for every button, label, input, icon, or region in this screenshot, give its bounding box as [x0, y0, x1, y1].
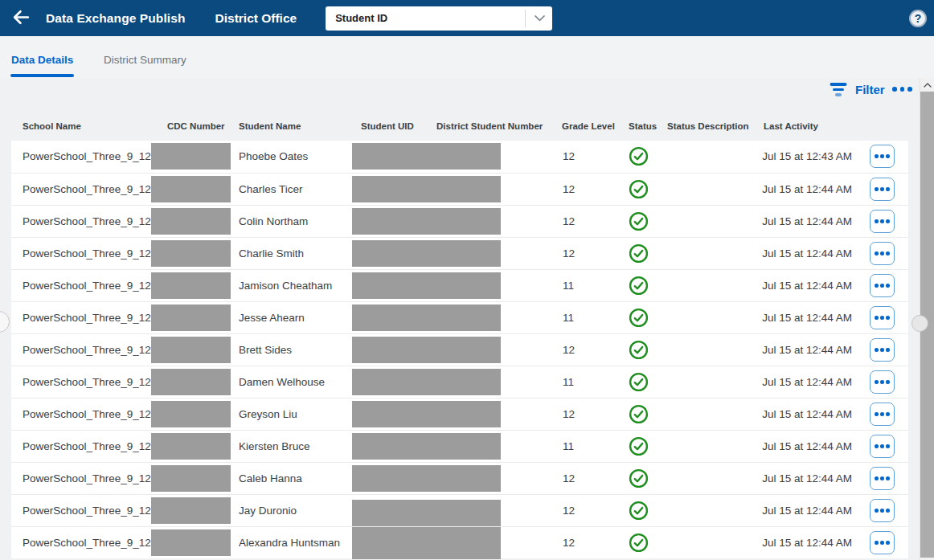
row-actions-button[interactable] — [870, 210, 895, 233]
tab-data-details[interactable]: Data Details — [11, 54, 73, 66]
filter-button[interactable]: Filter — [830, 83, 885, 96]
last-activity-cell: Jul 15 at 12:44 AM — [762, 334, 852, 366]
chevron-down-icon — [532, 12, 547, 28]
table-row: PowerSchool_Three_9_12Damen Welhouse11Ju… — [11, 366, 908, 398]
ellipsis-dot — [886, 380, 890, 384]
row-actions-button[interactable] — [870, 370, 895, 394]
table-row: PowerSchool_Three_9_12Charlie Smith12Jul… — [11, 237, 908, 269]
category-select[interactable]: Student ID — [326, 6, 552, 31]
status-success-icon — [629, 243, 649, 264]
row-actions-button[interactable] — [870, 145, 895, 168]
student-uid-redacted — [352, 500, 501, 527]
ellipsis-dot — [880, 541, 884, 545]
student-uid-redacted — [352, 401, 501, 427]
cdc-number-redacted — [151, 305, 231, 331]
grade-level-cell: 12 — [563, 399, 575, 431]
grade-level-cell: 12 — [563, 495, 575, 527]
status-success-icon — [629, 468, 649, 488]
school-name-cell: PowerSchool_Three_9_12 — [23, 431, 151, 463]
ellipsis-dot — [886, 316, 890, 320]
help-button[interactable]: ? — [909, 10, 927, 27]
row-actions-button[interactable] — [870, 178, 895, 201]
school-name-cell: PowerSchool_Three_9_12 — [23, 366, 151, 399]
student-uid-redacted — [352, 369, 501, 395]
status-success-icon — [629, 533, 649, 553]
ellipsis-dot — [886, 476, 890, 480]
row-actions-button[interactable] — [870, 467, 895, 490]
last-activity-cell: Jul 15 at 12:44 AM — [762, 399, 852, 431]
ellipsis-dot — [886, 444, 890, 448]
student-uid-redacted — [352, 143, 501, 170]
school-name-cell: PowerSchool_Three_9_12 — [23, 334, 151, 366]
last-activity-cell: Jul 15 at 12:44 AM — [762, 206, 852, 238]
row-actions-button[interactable] — [870, 306, 895, 329]
student-name-cell: Alexandra Huntsman — [239, 527, 340, 559]
ellipsis-dot — [875, 541, 879, 545]
ellipsis-dot — [880, 187, 884, 191]
student-uid-redacted — [352, 337, 501, 363]
grade-level-cell: 11 — [563, 270, 574, 302]
last-activity-cell: Jul 15 at 12:44 AM — [762, 302, 852, 334]
ellipsis-dot — [875, 187, 879, 191]
ellipsis-dot — [880, 444, 884, 448]
row-actions-button[interactable] — [870, 435, 895, 458]
school-name-cell: PowerSchool_Three_9_12 — [23, 270, 151, 302]
page-next-notch[interactable] — [911, 315, 928, 332]
row-actions-button[interactable] — [870, 403, 895, 426]
ellipsis-dot — [880, 284, 884, 288]
student-name-cell: Colin Northam — [239, 206, 308, 238]
app-title: Data Exchange Publish — [46, 11, 186, 26]
category-select-value: Student ID — [326, 12, 387, 24]
row-actions-button[interactable] — [870, 531, 895, 554]
table-row: PowerSchool_Three_9_12Jesse Ahearn11Jul … — [11, 301, 908, 333]
cdc-number-redacted — [151, 465, 231, 492]
cdc-number-redacted — [151, 529, 231, 556]
ellipsis-dot — [880, 348, 884, 352]
table-more-options-button[interactable] — [892, 87, 912, 92]
table-row: PowerSchool_Three_9_12Caleb Hanna12Jul 1… — [11, 462, 908, 494]
student-uid-redacted — [352, 176, 501, 202]
back-button[interactable] — [10, 7, 32, 30]
student-name-cell: Greyson Liu — [239, 399, 297, 431]
ellipsis-dot — [880, 476, 884, 480]
filter-label: Filter — [855, 83, 885, 96]
page-previous-notch[interactable] — [0, 311, 10, 333]
school-name-cell: PowerSchool_Three_9_12 — [23, 174, 151, 206]
status-success-icon — [629, 404, 649, 424]
table-header-row: School Name CDC Number Student Name Stud… — [11, 116, 908, 141]
ellipsis-dot — [880, 219, 884, 223]
column-header-student-name: Student Name — [239, 121, 301, 131]
column-header-school-name: School Name — [23, 121, 81, 131]
status-success-icon — [629, 146, 649, 166]
table-row: PowerSchool_Three_9_12Greyson Liu12Jul 1… — [11, 398, 908, 430]
student-uid-redacted — [352, 433, 501, 460]
tab-bar: Data Details District Summary — [0, 36, 934, 78]
scroll-up-button[interactable] — [920, 78, 934, 91]
table-row: PowerSchool_Three_9_12Jay Duronio12Jul 1… — [11, 494, 908, 526]
ellipsis-dot — [886, 412, 890, 416]
student-name-cell: Damen Welhouse — [239, 366, 325, 399]
row-actions-button[interactable] — [870, 499, 895, 522]
ellipsis-dot — [886, 219, 890, 223]
tab-district-summary[interactable]: District Summary — [104, 54, 186, 66]
question-mark-icon: ? — [915, 12, 922, 25]
row-actions-button[interactable] — [870, 338, 895, 362]
row-actions-button[interactable] — [870, 274, 895, 297]
last-activity-cell: Jul 15 at 12:43 AM — [762, 141, 852, 173]
ellipsis-dot — [875, 509, 879, 513]
table-row: PowerSchool_Three_9_12Jamison Cheatham11… — [11, 269, 908, 301]
ellipsis-dot — [886, 154, 890, 158]
column-header-status-description: Status Description — [667, 121, 749, 131]
school-name-cell: PowerSchool_Three_9_12 — [23, 463, 151, 495]
last-activity-cell: Jul 15 at 12:44 AM — [762, 238, 852, 270]
ellipsis-dot — [875, 444, 879, 448]
grade-level-cell: 12 — [563, 174, 575, 206]
row-actions-button[interactable] — [870, 242, 895, 265]
column-header-district-student-number: District Student Number — [436, 121, 543, 131]
status-success-icon — [629, 308, 649, 328]
school-name-cell: PowerSchool_Three_9_12 — [23, 302, 151, 334]
cdc-number-redacted — [151, 240, 231, 267]
ellipsis-dot — [875, 284, 879, 288]
last-activity-cell: Jul 15 at 12:44 AM — [762, 495, 852, 527]
student-uid-redacted — [352, 527, 501, 559]
